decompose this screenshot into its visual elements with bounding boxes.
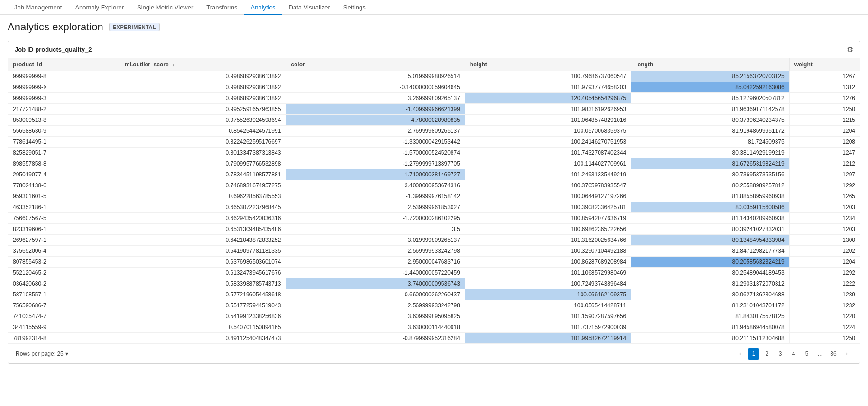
nav-analytics[interactable]: Analytics [244,0,282,15]
table-cell: 80.39241027832031 [631,224,789,235]
table-cell: 100.24146270751953 [465,137,631,148]
table-cell: 80.73695373535156 [631,169,789,180]
table-cell: 3.630000114440918 [286,322,465,333]
col-header-product-id[interactable]: product_id [8,58,120,71]
table-cell: 101.10685729980469 [465,268,631,278]
rows-per-page[interactable]: Rows per page: 25 ▾ [16,351,68,357]
col-header-height[interactable]: height [465,58,631,71]
col-header-length[interactable]: length [631,58,789,71]
table-cell: 101.98316192626953 [465,104,631,115]
page-1-button[interactable]: 1 [748,348,759,360]
chevron-down-icon: ▾ [65,351,68,357]
table-row: 898557858-80.7909957766532898-1.27999997… [8,158,860,169]
table-cell: 101.06485748291016 [465,115,631,126]
table-row: 778614495-10.8224262595176697-1.33000004… [8,137,860,148]
table-cell: 552120465-2 [8,268,120,278]
table-cell: 1203 [789,224,860,235]
page-5-button[interactable]: 5 [801,348,813,360]
table-cell: 295019077-4 [8,169,120,180]
table-cell: 81.67265319824219 [631,158,789,169]
table-cell: 0.8224262595176697 [120,137,286,148]
col-header-weight[interactable]: weight [789,58,860,71]
table-cell: 1220 [789,311,860,322]
table-cell: 0.6419097781181335 [120,246,286,257]
table-cell: 1232 [789,300,860,311]
nav-job-management[interactable]: Job Management [8,0,68,15]
table-cell: -1.3300000429153442 [286,137,465,148]
page-2-button[interactable]: 2 [761,348,773,360]
nav-data-visualizer[interactable]: Data Visualizer [282,0,337,15]
table-cell: 0.9986892938613892 [120,82,286,93]
table-cell: 100.066162109375 [465,289,631,300]
table-cell: 81.88558959960938 [631,191,789,202]
table-cell: -1.4400000057220459 [286,268,465,278]
table-cell: 1208 [789,137,860,148]
table-row: 344115559-90.5407011508941653.6300001144… [8,322,860,333]
table-cell: 2.769999809265137 [286,126,465,137]
nav-settings[interactable]: Settings [337,0,372,15]
nav-anomaly-explorer[interactable]: Anomaly Explorer [68,0,130,15]
settings-icon[interactable]: ⚙ [847,45,853,54]
table-cell: 100.0565414428711 [465,300,631,311]
table-cell: 1250 [789,333,860,344]
table-cell: 80.0359115600586 [631,202,789,213]
rows-per-page-label: Rows per page: 25 [16,351,64,357]
table-cell: 81.84712982177734 [631,246,789,257]
table-row: 999999999-80.99868929386138925.019999980… [8,71,860,82]
table-cell: 823319606-1 [8,224,120,235]
table-cell: 100.06449127197266 [465,191,631,202]
table-cell: 81.94586944580078 [631,322,789,333]
page-36-button[interactable]: 36 [828,348,839,360]
table-cell: -1.7200000286102295 [286,213,465,224]
table-cell: 81.29031372070312 [631,278,789,289]
table-row: 999999999-30.99868929386138923.269999809… [8,93,860,104]
nav-single-metric-viewer[interactable]: Single Metric Viewer [130,0,200,15]
table-cell: -0.14000000059604645 [286,82,465,93]
table-cell: 0.9986892938613892 [120,71,286,82]
table-cell: 1267 [789,71,860,82]
table-cell: 217721488-2 [8,104,120,115]
table-cell: -0.6600000262260437 [286,289,465,300]
next-page-button[interactable]: › [841,348,852,360]
table-cell: 80.06271362304688 [631,289,789,300]
table-cell: 0.4911254048347473 [120,333,286,344]
data-table: product_id ml.outlier_score ↓ color heig… [8,58,860,344]
pagination: ‹ 1 2 3 4 5 ... 36 › [735,348,852,360]
table-cell: 344115559-9 [8,322,120,333]
page-4-button[interactable]: 4 [788,348,799,360]
table-cell: 80.25489044189453 [631,268,789,278]
table-cell: 3.269999809265137 [286,93,465,104]
analytics-table-container: Job ID products_quality_2 ⚙ product_id m… [8,41,860,364]
table-cell: 0.9952591657963855 [120,104,286,115]
table-cell: 1204 [789,126,860,137]
table-cell: 81.96369171142578 [631,104,789,115]
table-cell: 0.9755263924598694 [120,115,286,126]
prev-page-button[interactable]: ‹ [735,348,746,360]
table-row: 781992314-80.4911254048347473-0.87999999… [8,333,860,344]
col-header-ml-outlier-score[interactable]: ml.outlier_score ↓ [120,58,286,71]
col-header-color[interactable]: color [286,58,465,71]
nav-transforms[interactable]: Transforms [200,0,244,15]
table-cell: -1.409999966621399 [286,104,465,115]
table-cell: 1204 [789,257,860,268]
table-cell: 80.25588989257812 [631,180,789,191]
table-cell: 0.854254424571991 [120,126,286,137]
table-row: 959301601-50.696228563785553-1.399999976… [8,191,860,202]
table-cell: 3.5 [286,224,465,235]
table-cell: 101.73715972900039 [465,322,631,333]
table-cell: 0.540701150894165 [120,322,286,333]
table-cell: 2.569999933242798 [286,246,465,257]
table-cell: 1276 [789,93,860,104]
table-cell: 1202 [789,246,860,257]
table-row: 825829051-70.8013347387313843-1.57000005… [8,148,860,158]
table-cell: 375652006-4 [8,246,120,257]
table-cell: 1300 [789,235,860,246]
table-cell: 100.86287689208984 [465,257,631,268]
table-cell: 269627597-1 [8,235,120,246]
table-cell: 036420680-2 [8,278,120,289]
table-row: 587108557-10.5772196054458618-0.66000002… [8,289,860,300]
table-cell: 463352186-1 [8,202,120,213]
table-cell: 3.609999895095825 [286,311,465,322]
table-row: 823319606-10.65313094854354863.5100.6986… [8,224,860,235]
page-3-button[interactable]: 3 [775,348,786,360]
